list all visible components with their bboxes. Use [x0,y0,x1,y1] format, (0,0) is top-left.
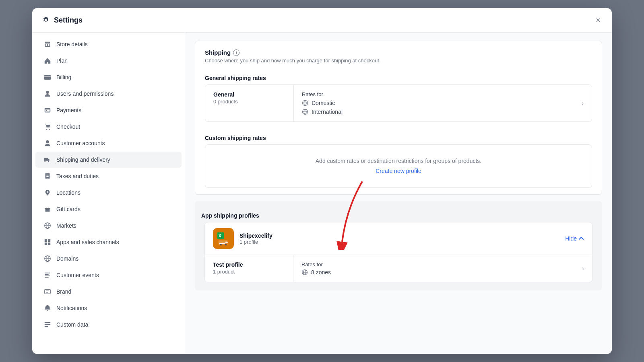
sidebar-item-domains[interactable]: Domains [35,251,182,267]
globe-domestic-icon [302,100,308,106]
globe-international-icon [302,109,308,115]
rate-card-left: General 0 products [205,85,294,121]
test-profile-name: Test profile [213,261,285,268]
sidebar-item-gift-cards[interactable]: Gift cards [35,201,182,217]
sidebar-item-store-details[interactable]: Store details [35,36,182,52]
sidebar-item-payments[interactable]: Payments [35,102,182,118]
sidebar-label: Taxes and duties [56,173,99,179]
domestic-rate-item: Domestic [302,100,343,106]
globe-zones-icon [301,269,308,276]
payments-icon [43,106,52,114]
users-icon [43,90,52,98]
sidebar-item-users[interactable]: Users and permissions [35,86,182,102]
domains-icon [43,255,52,263]
scroll-container: Shipping i Choose where you ship and how… [185,41,612,315]
custom-rates-label: Custom shipping rates [195,128,602,144]
shipping-header: Shipping i Choose where you ship and how… [195,41,602,68]
profile-row-left: Test profile 1 product [205,255,293,282]
sidebar-item-locations[interactable]: Locations [35,185,182,201]
general-rate-card[interactable]: General 0 products Rates for [205,84,592,122]
create-profile-link[interactable]: Create new profile [376,168,421,174]
modal-body: Store details Plan Billing [32,33,612,354]
sidebar-item-billing[interactable]: Billing [35,69,182,85]
svg-rect-4 [45,243,47,245]
settings-gear-icon [42,16,50,24]
settings-modal: Settings × Store details Plan [32,8,612,354]
sidebar-label: Markets [56,222,76,229]
rates-info: Rates for Domestic [302,91,343,115]
chevron-up-icon [578,236,584,241]
sidebar-item-shipping[interactable]: Shipping and delivery [35,152,182,168]
sidebar-item-brand[interactable]: Brand [35,284,182,300]
brand-icon [43,288,52,296]
sidebar-label: Customer accounts [56,140,105,146]
shipping-icon [43,156,52,164]
profile-row-right: Rates for 8 zones [293,255,592,282]
app-sub: 1 profile [239,239,272,245]
sidebar-item-custom-data[interactable]: Custom data [35,317,182,333]
domestic-label: Domestic [312,100,335,106]
sidebar-item-checkout[interactable]: Checkout [35,119,182,135]
sidebar-label: Billing [56,74,71,80]
sidebar-item-markets[interactable]: Markets [35,218,182,234]
custom-data-icon [43,321,52,329]
zones-item: 8 zones [301,269,331,276]
billing-icon [43,73,52,81]
sidebar-item-customer-accounts[interactable]: Customer accounts [35,135,182,151]
plan-icon [43,57,52,65]
app-profiles-section-label: App shipping profiles [195,208,602,222]
app-profiles-card: X Shipexcelify [204,222,592,282]
close-button[interactable]: × [594,14,602,26]
app-icon: X [213,228,234,249]
modal-header: Settings × [32,8,612,33]
svg-rect-9 [45,324,50,325]
sidebar-label: Domains [56,255,78,262]
sidebar-label: Notifications [56,305,87,311]
shipping-section-card: Shipping i Choose where you ship and how… [195,41,602,195]
location-icon [43,189,52,197]
svg-rect-3 [48,239,50,242]
sidebar-label: Store details [56,41,88,47]
bottom-padding [185,290,612,315]
customer-icon [43,139,52,147]
checkout-icon [43,123,52,131]
sidebar-label: Custom data [56,321,88,328]
sidebar-label: Shipping and delivery [56,156,110,163]
test-profile-row[interactable]: Test profile 1 product Rates for [205,255,592,282]
shipexcelify-app-logo: X [215,230,231,247]
svg-text:X: X [219,233,222,238]
general-label: General [213,91,285,98]
profile-rates-info: Rates for 8 zones [301,261,331,276]
hide-button[interactable]: Hide [565,235,584,242]
sidebar-label: Plan [56,58,68,64]
main-content-area: Shipping i Choose where you ship and how… [185,33,612,354]
sidebar-label: Locations [56,189,80,196]
info-icon[interactable]: i [233,49,239,56]
sidebar-item-taxes[interactable]: Taxes and duties [35,168,182,184]
markets-icon [43,222,52,230]
notifications-icon [43,304,52,312]
app-profile-left: X Shipexcelify [213,228,272,249]
svg-rect-10 [45,326,48,327]
sidebar-item-apps[interactable]: Apps and sales channels [35,234,182,250]
sidebar-item-customer-events[interactable]: Customer events [35,267,182,283]
general-rates-label: General shipping rates [195,68,602,84]
taxes-icon [43,172,52,180]
sidebar-item-notifications[interactable]: Notifications [35,300,182,316]
app-profiles-section-bg: App shipping profiles [195,201,602,290]
svg-point-19 [225,244,227,245]
app-name: Shipexcelify [239,232,272,239]
app-info: Shipexcelify 1 profile [239,232,272,245]
sidebar-label: Customer events [56,272,99,278]
shipping-subtitle: Choose where you ship and how much you c… [205,58,592,64]
modal-title-text: Settings [54,16,83,25]
svg-rect-0 [44,75,51,80]
international-label: International [312,109,343,115]
zones-label: 8 zones [311,269,331,276]
hide-label: Hide [565,235,577,242]
events-icon [43,271,52,279]
svg-rect-5 [48,243,50,245]
gift-icon [43,205,52,213]
sidebar-item-plan[interactable]: Plan [35,53,182,69]
sidebar-label: Gift cards [56,206,80,212]
